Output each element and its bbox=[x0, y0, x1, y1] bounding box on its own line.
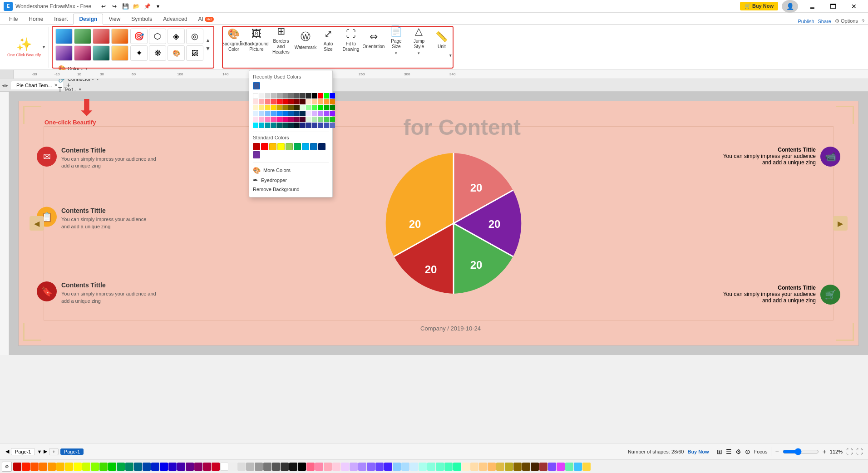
color-swatch[interactable] bbox=[259, 99, 264, 104]
background-picture-button[interactable]: 🖼 Background Picture ▾ bbox=[246, 27, 267, 54]
color-swatch[interactable] bbox=[259, 117, 264, 122]
fit-icon[interactable]: ⛶ bbox=[846, 448, 853, 455]
palette-color-17[interactable] bbox=[151, 463, 159, 471]
color-swatch[interactable] bbox=[300, 99, 306, 104]
palette-color-57[interactable] bbox=[513, 463, 522, 471]
page-dropdown[interactable]: ▼ bbox=[37, 449, 42, 454]
std-color-3[interactable] bbox=[269, 143, 276, 150]
background-color-button[interactable]: 🎨 Background Color ▾ bbox=[223, 27, 245, 54]
std-color-2[interactable] bbox=[261, 143, 268, 150]
color-swatch[interactable] bbox=[300, 105, 306, 110]
palette-color-11[interactable] bbox=[99, 463, 108, 471]
color-swatch[interactable] bbox=[288, 105, 294, 110]
color-swatch[interactable] bbox=[271, 117, 276, 122]
pin-button[interactable]: 📌 bbox=[142, 1, 152, 11]
beautify-style-11[interactable]: ◈ bbox=[168, 29, 185, 44]
palette-color-4[interactable] bbox=[39, 463, 47, 471]
palette-color-63[interactable] bbox=[565, 463, 573, 471]
palette-color-28[interactable] bbox=[255, 463, 263, 471]
user-avatar[interactable]: 👤 bbox=[782, 0, 798, 13]
std-color-5[interactable] bbox=[286, 143, 293, 150]
color-swatch[interactable] bbox=[312, 99, 317, 104]
palette-color-59[interactable] bbox=[531, 463, 539, 471]
color-swatch[interactable] bbox=[288, 117, 294, 122]
palette-color-33[interactable] bbox=[306, 463, 315, 471]
zoom-slider[interactable] bbox=[783, 448, 819, 455]
color-swatch[interactable] bbox=[276, 99, 282, 104]
focus-icon[interactable]: ⊙ bbox=[745, 448, 750, 455]
no-fill-swatch[interactable]: ⊘ bbox=[2, 462, 12, 472]
palette-color-18[interactable] bbox=[160, 463, 168, 471]
color-swatch[interactable] bbox=[265, 99, 270, 104]
palette-color-black[interactable] bbox=[298, 463, 306, 471]
color-swatch[interactable] bbox=[276, 111, 282, 116]
palette-color-23[interactable] bbox=[203, 463, 211, 471]
palette-color-3[interactable] bbox=[30, 463, 39, 471]
palette-color-19[interactable] bbox=[168, 463, 177, 471]
beautify-scroll-down[interactable]: ▼ bbox=[205, 45, 211, 52]
maximize-button[interactable]: 🗖 bbox=[823, 0, 843, 13]
color-swatch[interactable] bbox=[294, 111, 300, 116]
color-swatch[interactable] bbox=[259, 93, 264, 99]
publish-link[interactable]: Publish bbox=[798, 19, 814, 24]
palette-color-44[interactable] bbox=[401, 463, 409, 471]
color-swatch[interactable] bbox=[276, 105, 282, 110]
color-swatch[interactable] bbox=[253, 111, 258, 116]
palette-color-7[interactable] bbox=[65, 463, 73, 471]
color-swatch[interactable] bbox=[300, 117, 306, 122]
color-swatch[interactable] bbox=[312, 111, 317, 116]
color-swatch[interactable] bbox=[324, 93, 329, 99]
color-swatch[interactable] bbox=[271, 123, 276, 128]
std-color-9[interactable] bbox=[318, 143, 326, 150]
color-swatch[interactable] bbox=[312, 117, 317, 122]
beautify-style-10[interactable]: ⬡ bbox=[149, 29, 166, 44]
borders-headers-arrow[interactable]: ▾ bbox=[449, 53, 452, 58]
palette-color-32[interactable] bbox=[289, 463, 297, 471]
redo-button[interactable]: ↪ bbox=[109, 1, 119, 11]
color-swatch[interactable] bbox=[288, 93, 294, 99]
color-swatch[interactable] bbox=[306, 99, 311, 104]
page-size-arrow[interactable]: ▾ bbox=[395, 51, 397, 55]
canvas-nav-right[interactable]: ▶ bbox=[833, 216, 848, 231]
text-dropdown-arrow[interactable]: ▾ bbox=[79, 87, 81, 92]
remove-background-link[interactable]: Remove Background bbox=[253, 185, 329, 193]
color-swatch[interactable] bbox=[324, 117, 329, 122]
palette-color-22[interactable] bbox=[194, 463, 202, 471]
color-swatch[interactable] bbox=[330, 117, 335, 122]
palette-color-56[interactable] bbox=[505, 463, 513, 471]
color-swatch[interactable] bbox=[265, 117, 270, 122]
palette-color-27[interactable] bbox=[246, 463, 254, 471]
palette-color-51[interactable] bbox=[462, 463, 470, 471]
palette-color-41[interactable] bbox=[375, 463, 384, 471]
color-swatch[interactable] bbox=[288, 99, 294, 104]
color-swatch[interactable] bbox=[306, 111, 311, 116]
palette-color-2[interactable] bbox=[22, 463, 30, 471]
color-swatch[interactable] bbox=[282, 105, 288, 110]
palette-color-16[interactable] bbox=[143, 463, 151, 471]
palette-color-49[interactable] bbox=[444, 463, 453, 471]
palette-color-8[interactable] bbox=[74, 463, 82, 471]
color-swatch[interactable] bbox=[253, 123, 258, 128]
color-swatch[interactable] bbox=[282, 93, 288, 99]
eyedropper-link[interactable]: ✒ Eyedropper bbox=[253, 175, 329, 185]
save-button[interactable]: 💾 bbox=[120, 1, 130, 11]
palette-color-30[interactable] bbox=[272, 463, 280, 471]
palette-color-29[interactable] bbox=[263, 463, 271, 471]
color-swatch[interactable] bbox=[253, 105, 258, 110]
palette-color-64[interactable] bbox=[574, 463, 582, 471]
color-swatch[interactable] bbox=[300, 93, 306, 99]
palette-color-15[interactable] bbox=[134, 463, 142, 471]
std-color-1[interactable] bbox=[253, 143, 260, 150]
color-swatch[interactable] bbox=[259, 111, 264, 116]
palette-color-38[interactable] bbox=[350, 463, 358, 471]
color-swatch[interactable] bbox=[271, 93, 276, 99]
color-swatch[interactable] bbox=[312, 105, 317, 110]
color-swatch[interactable] bbox=[330, 93, 335, 99]
tab-symbols[interactable]: Symbols bbox=[126, 14, 158, 24]
color-swatch[interactable] bbox=[276, 123, 282, 128]
help-link[interactable]: ? bbox=[862, 19, 864, 24]
palette-color-14[interactable] bbox=[125, 463, 133, 471]
beautify-style-16[interactable]: 🖼 bbox=[186, 45, 203, 61]
undo-button[interactable]: ↩ bbox=[99, 1, 108, 11]
color-swatch[interactable] bbox=[318, 99, 323, 104]
